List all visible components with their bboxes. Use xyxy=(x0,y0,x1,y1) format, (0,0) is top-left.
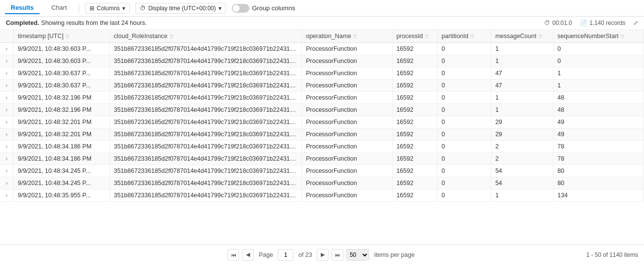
cloud-cell: 351b8672336185d2f0787014e4d41799c719f218… xyxy=(110,141,302,153)
columns-label: Columns xyxy=(97,5,120,12)
cloud-cell: 351b8672336185d2f0787014e4d41799c719f218… xyxy=(110,177,302,189)
status-time: ⏱ 00:01.0 xyxy=(544,20,572,26)
toggle-thumb xyxy=(233,5,240,12)
col-partitionid-header[interactable]: partitionId ▽ xyxy=(438,30,491,43)
col-timestamp-header[interactable]: timestamp [UTC] ▽ xyxy=(14,30,110,43)
operation-cell: ProcessorFunction xyxy=(302,153,392,165)
processid-cell: 16592 xyxy=(392,43,437,55)
cloud-cell: 351b8672336185d2f0787014e4d41799c719f218… xyxy=(110,128,302,141)
columns-button[interactable]: ⊞ Columns ▾ xyxy=(85,3,130,14)
col-seqnum-header[interactable]: sequenceNumberStart ▽ xyxy=(554,30,644,43)
display-time-button[interactable]: ⏱ Display time (UTC+00:00) ▾ xyxy=(135,3,225,14)
prev-page-button[interactable]: ◀ xyxy=(242,249,254,261)
tab-results[interactable]: Results xyxy=(5,2,40,14)
status-expand-icon[interactable]: ⤢ xyxy=(633,20,638,26)
expand-cell[interactable]: › xyxy=(0,55,14,67)
expand-cell[interactable]: › xyxy=(0,153,14,165)
timestamp-cell: 9/9/2021, 10:48:30.637 P... xyxy=(14,67,110,80)
expand-cell[interactable]: › xyxy=(0,92,14,104)
status-left: Completed. Showing results from the last… xyxy=(6,20,147,26)
expand-cell[interactable]: › xyxy=(0,80,14,92)
expand-cell[interactable]: › xyxy=(0,189,14,202)
first-page-button[interactable]: ⏮ xyxy=(227,249,239,261)
timestamp-cell: 9/9/2021, 10:48:32.201 PM xyxy=(14,128,110,141)
processid-cell: 16592 xyxy=(392,104,437,116)
page-input[interactable] xyxy=(278,249,293,261)
messagecount-cell: 1 xyxy=(491,189,553,202)
messagecount-cell: 29 xyxy=(491,116,553,128)
processid-cell: 16592 xyxy=(392,116,437,128)
processid-cell: 16592 xyxy=(392,177,437,189)
processid-cell: 16592 xyxy=(392,153,437,165)
last-page-button[interactable]: ⏭ xyxy=(332,249,343,261)
col-messagecount-header[interactable]: messageCount ▽ xyxy=(491,30,553,43)
expand-cell[interactable]: › xyxy=(0,141,14,153)
partitionid-cell: 0 xyxy=(438,104,491,116)
messagecount-cell: 1 xyxy=(491,43,553,55)
messagecount-cell: 47 xyxy=(491,67,553,80)
cloud-cell: 351b8672336185d2f0787014e4d41799c719f218… xyxy=(110,67,302,80)
next-page-button[interactable]: ▶ xyxy=(317,249,329,261)
table-row: › 9/9/2021, 10:48:30.603 P... 351b867233… xyxy=(0,43,644,55)
cloud-cell: 351b8672336185d2f0787014e4d41799c719f218… xyxy=(110,165,302,177)
table-row: › 9/9/2021, 10:48:30.603 P... 351b867233… xyxy=(0,55,644,67)
table-row: › 9/9/2021, 10:48:34.186 PM 351b86723361… xyxy=(0,141,644,153)
partitionid-label: partitionId xyxy=(442,33,468,40)
operation-cell: ProcessorFunction xyxy=(302,104,392,116)
col-cloud-header[interactable]: cloud_RoleInstance ▽ xyxy=(110,30,302,43)
operation-cell: ProcessorFunction xyxy=(302,128,392,141)
expand-cell[interactable]: › xyxy=(0,43,14,55)
operation-cell: ProcessorFunction xyxy=(302,92,392,104)
time-icon: ⏱ xyxy=(544,20,550,26)
partitionid-cell: 0 xyxy=(438,128,491,141)
col-expand-header xyxy=(0,30,14,43)
messagecount-cell: 54 xyxy=(491,165,553,177)
seqnum-cell: 80 xyxy=(554,177,644,189)
operation-filter-icon[interactable]: ▽ xyxy=(353,34,357,39)
cloud-filter-icon[interactable]: ▽ xyxy=(170,34,174,39)
messagecount-cell: 1 xyxy=(491,55,553,67)
expand-cell[interactable]: › xyxy=(0,116,14,128)
processid-label: processId xyxy=(397,33,423,40)
processid-filter-icon[interactable]: ▽ xyxy=(425,34,429,39)
messagecount-filter-icon[interactable]: ▽ xyxy=(538,34,542,39)
expand-cell[interactable]: › xyxy=(0,177,14,189)
seqnum-cell: 78 xyxy=(554,141,644,153)
records-value: 1,140 records xyxy=(590,20,625,26)
table-row: › 9/9/2021, 10:48:30.637 P... 351b867233… xyxy=(0,67,644,80)
seqnum-cell: 134 xyxy=(554,189,644,202)
timestamp-cell: 9/9/2021, 10:48:30.603 P... xyxy=(14,55,110,67)
col-processid-header[interactable]: processId ▽ xyxy=(392,30,437,43)
table-row: › 9/9/2021, 10:48:30.637 P... 351b867233… xyxy=(0,80,644,92)
cloud-cell: 351b8672336185d2f0787014e4d41799c719f218… xyxy=(110,43,302,55)
expand-cell[interactable]: › xyxy=(0,67,14,80)
status-records: 📄 1,140 records xyxy=(580,20,625,26)
table-row: › 9/9/2021, 10:48:32.201 PM 351b86723361… xyxy=(0,128,644,141)
items-per-page-select[interactable]: 50 100 200 xyxy=(346,249,369,261)
expand-cell[interactable]: › xyxy=(0,165,14,177)
seqnum-cell: 49 xyxy=(554,128,644,141)
timestamp-cell: 9/9/2021, 10:48:34.245 P... xyxy=(14,177,110,189)
timestamp-filter-icon[interactable]: ▽ xyxy=(66,34,69,39)
expand-cell[interactable]: › xyxy=(0,104,14,116)
status-right: ⏱ 00:01.0 📄 1,140 records ⤢ xyxy=(544,20,638,26)
processid-cell: 16592 xyxy=(392,189,437,202)
partitionid-filter-icon[interactable]: ▽ xyxy=(470,34,474,39)
seqnum-cell: 80 xyxy=(554,165,644,177)
columns-grid-icon: ⊞ xyxy=(89,5,94,12)
toggle-group-columns[interactable]: Group columns xyxy=(232,4,295,13)
tab-chart[interactable]: Chart xyxy=(45,2,73,14)
timestamp-cell: 9/9/2021, 10:48:34.245 P... xyxy=(14,165,110,177)
col-operation-header[interactable]: operation_Name ▽ xyxy=(302,30,392,43)
expand-cell[interactable]: › xyxy=(0,128,14,141)
seqnum-filter-icon[interactable]: ▽ xyxy=(621,34,624,39)
cloud-cell: 351b8672336185d2f0787014e4d41799c719f218… xyxy=(110,80,302,92)
pagination-summary: 1 - 50 of 1140 items xyxy=(586,251,638,258)
partitionid-cell: 0 xyxy=(438,55,491,67)
processid-cell: 16592 xyxy=(392,128,437,141)
cloud-cell: 351b8672336185d2f0787014e4d41799c719f218… xyxy=(110,55,302,67)
timestamp-cell: 9/9/2021, 10:48:34.186 PM xyxy=(14,141,110,153)
seqnum-cell: 48 xyxy=(554,92,644,104)
clock-icon: ⏱ xyxy=(140,5,146,12)
records-icon: 📄 xyxy=(580,20,587,26)
